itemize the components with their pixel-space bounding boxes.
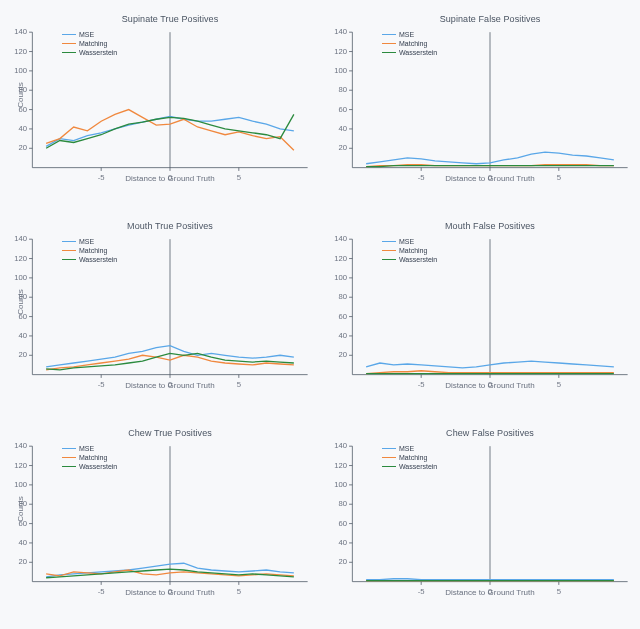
legend-item: Wasserstein xyxy=(382,48,437,57)
chart-panel-5: Chew False Positives20406080100120140-50… xyxy=(320,422,640,629)
svg-text:100: 100 xyxy=(334,66,347,75)
svg-text:5: 5 xyxy=(237,587,241,596)
chart-panel-2: Mouth True PositivesCounts20406080100120… xyxy=(0,215,320,422)
svg-text:40: 40 xyxy=(338,124,346,133)
svg-text:60: 60 xyxy=(338,105,346,114)
legend-item: Matching xyxy=(62,453,117,462)
legend-swatch xyxy=(62,241,76,242)
legend-label: Wasserstein xyxy=(399,255,437,264)
svg-text:60: 60 xyxy=(338,519,346,528)
svg-text:20: 20 xyxy=(338,143,346,152)
chart-title: Chew False Positives xyxy=(348,428,632,438)
svg-text:0: 0 xyxy=(488,380,492,389)
svg-text:80: 80 xyxy=(18,499,26,508)
legend: MSEMatchingWasserstein xyxy=(62,237,117,264)
plot-area: 20406080100120140-505MSEMatchingWasserst… xyxy=(348,237,632,367)
legend-swatch xyxy=(62,466,76,467)
svg-text:60: 60 xyxy=(18,105,26,114)
svg-text:40: 40 xyxy=(338,331,346,340)
svg-text:140: 140 xyxy=(14,234,27,243)
legend-item: MSE xyxy=(382,237,437,246)
legend-swatch xyxy=(62,457,76,458)
plot-area: Counts20406080100120140-505MSEMatchingWa… xyxy=(28,30,312,160)
legend-item: Wasserstein xyxy=(382,462,437,471)
legend-label: MSE xyxy=(79,30,94,39)
chart-panel-1: Supinate False Positives2040608010012014… xyxy=(320,8,640,215)
svg-text:5: 5 xyxy=(557,587,561,596)
svg-text:80: 80 xyxy=(18,85,26,94)
chart-title: Supinate False Positives xyxy=(348,14,632,24)
chart-panel-3: Mouth False Positives20406080100120140-5… xyxy=(320,215,640,422)
legend-label: MSE xyxy=(79,237,94,246)
legend-label: MSE xyxy=(399,444,414,453)
svg-text:20: 20 xyxy=(338,557,346,566)
svg-text:40: 40 xyxy=(18,331,26,340)
legend-label: Wasserstein xyxy=(79,255,117,264)
legend-label: Matching xyxy=(79,39,107,48)
svg-text:80: 80 xyxy=(18,292,26,301)
svg-text:-5: -5 xyxy=(418,380,425,389)
svg-text:40: 40 xyxy=(18,538,26,547)
svg-text:140: 140 xyxy=(334,27,347,36)
svg-text:140: 140 xyxy=(334,441,347,450)
legend-label: Wasserstein xyxy=(79,48,117,57)
legend-swatch xyxy=(62,448,76,449)
legend-item: Matching xyxy=(382,453,437,462)
chart-title: Supinate True Positives xyxy=(28,14,312,24)
legend-item: Matching xyxy=(382,39,437,48)
legend-swatch xyxy=(382,52,396,53)
svg-text:60: 60 xyxy=(18,312,26,321)
svg-text:20: 20 xyxy=(338,350,346,359)
svg-text:0: 0 xyxy=(488,587,492,596)
legend-swatch xyxy=(382,34,396,35)
svg-text:-5: -5 xyxy=(418,173,425,182)
svg-text:80: 80 xyxy=(338,292,346,301)
svg-text:0: 0 xyxy=(168,380,172,389)
legend-swatch xyxy=(382,259,396,260)
svg-text:20: 20 xyxy=(18,143,26,152)
svg-text:0: 0 xyxy=(168,173,172,182)
legend-swatch xyxy=(382,457,396,458)
legend-label: Matching xyxy=(399,39,427,48)
svg-text:100: 100 xyxy=(14,66,27,75)
legend-item: Wasserstein xyxy=(62,48,117,57)
legend-swatch xyxy=(382,466,396,467)
legend-item: Wasserstein xyxy=(62,255,117,264)
legend-item: Wasserstein xyxy=(62,462,117,471)
legend-label: MSE xyxy=(399,30,414,39)
legend: MSEMatchingWasserstein xyxy=(382,30,437,57)
legend-item: Matching xyxy=(62,246,117,255)
legend-label: Wasserstein xyxy=(79,462,117,471)
legend-label: MSE xyxy=(399,237,414,246)
legend-label: Matching xyxy=(399,453,427,462)
svg-text:-5: -5 xyxy=(98,380,105,389)
svg-text:-5: -5 xyxy=(98,173,105,182)
legend-swatch xyxy=(62,43,76,44)
svg-text:40: 40 xyxy=(18,124,26,133)
svg-text:120: 120 xyxy=(14,254,27,263)
svg-text:120: 120 xyxy=(334,461,347,470)
svg-text:20: 20 xyxy=(18,557,26,566)
chart-title: Mouth False Positives xyxy=(348,221,632,231)
legend-swatch xyxy=(382,250,396,251)
legend-item: MSE xyxy=(62,237,117,246)
legend-label: Wasserstein xyxy=(399,462,437,471)
legend-label: Matching xyxy=(399,246,427,255)
svg-text:120: 120 xyxy=(334,47,347,56)
legend-swatch xyxy=(382,241,396,242)
svg-text:40: 40 xyxy=(338,538,346,547)
legend-swatch xyxy=(62,259,76,260)
chart-panel-0: Supinate True PositivesCounts20406080100… xyxy=(0,8,320,215)
svg-text:0: 0 xyxy=(488,173,492,182)
legend-item: Matching xyxy=(382,246,437,255)
svg-text:5: 5 xyxy=(237,173,241,182)
legend-swatch xyxy=(62,52,76,53)
svg-text:20: 20 xyxy=(18,350,26,359)
legend-label: MSE xyxy=(79,444,94,453)
svg-text:-5: -5 xyxy=(418,587,425,596)
legend-swatch xyxy=(382,448,396,449)
svg-text:100: 100 xyxy=(334,273,347,282)
legend-label: Wasserstein xyxy=(399,48,437,57)
plot-area: 20406080100120140-505MSEMatchingWasserst… xyxy=(348,444,632,574)
plot-area: 20406080100120140-505MSEMatchingWasserst… xyxy=(348,30,632,160)
